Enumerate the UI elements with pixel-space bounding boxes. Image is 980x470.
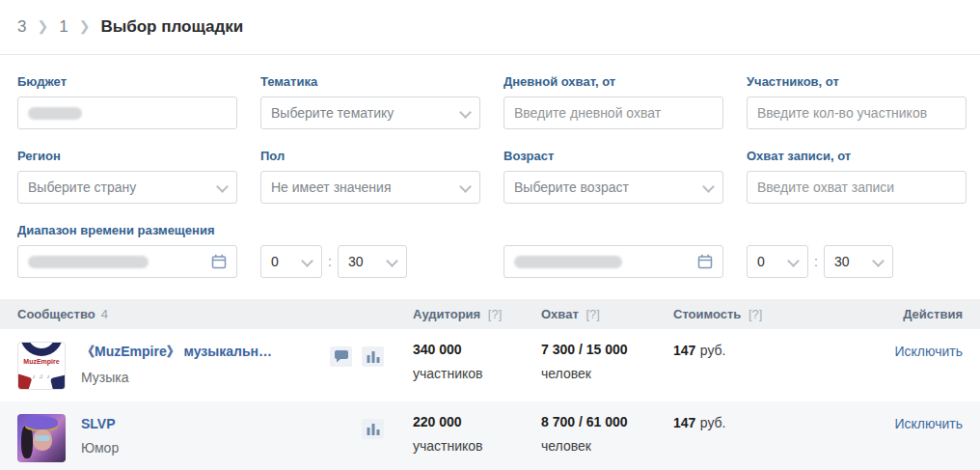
theme-select[interactable]: Выберите тематику bbox=[260, 97, 480, 129]
theme-label: Тематика bbox=[260, 74, 480, 89]
members-label: Участников, от bbox=[747, 74, 966, 89]
cost-hint-icon[interactable]: [?] bbox=[749, 307, 762, 321]
header-community: Сообщество 4 bbox=[17, 307, 413, 321]
community-title-link[interactable]: SLVP bbox=[81, 416, 119, 431]
date-start-input[interactable] bbox=[17, 245, 237, 278]
time-end-group: 0 : 30 bbox=[747, 245, 966, 278]
table-header: Сообщество 4 Аудитория [?] Охват [?] Сто… bbox=[0, 299, 980, 329]
time-start-hour-value: 0 bbox=[271, 254, 279, 269]
daily-reach-input[interactable] bbox=[504, 97, 723, 129]
gender-select[interactable]: Не имеет значения bbox=[260, 171, 480, 204]
header-audience: Аудитория [?] bbox=[413, 307, 541, 321]
reach-value: 7 300 / 15 000 bbox=[541, 342, 673, 357]
community-category: Музыка bbox=[81, 370, 272, 385]
community-cell: MuzEmpire ♪ ♫ ♪ 《MuzEmpire》 музыкальн… М… bbox=[17, 329, 413, 401]
community-info: SLVP Юмор bbox=[81, 414, 119, 470]
cost-cell: 147 руб. bbox=[673, 401, 818, 470]
gender-label: Пол bbox=[260, 149, 480, 163]
date-end-input[interactable] bbox=[504, 245, 723, 278]
region-select[interactable]: Выберите страну bbox=[17, 171, 237, 204]
date-start-value-redacted bbox=[28, 256, 149, 268]
audience-value: 340 000 bbox=[413, 342, 541, 357]
exclude-button[interactable]: Исключить bbox=[818, 401, 963, 470]
reach-unit: человек bbox=[541, 438, 673, 454]
time-end-minute-select[interactable]: 30 bbox=[824, 245, 893, 278]
time-start-hour-select[interactable]: 0 bbox=[260, 245, 322, 278]
time-start-group: 0 : 30 bbox=[260, 245, 480, 278]
age-select[interactable]: Выберите возраст bbox=[504, 171, 723, 204]
budget-label: Бюджет bbox=[17, 74, 237, 89]
audience-cell: 340 000 участников bbox=[413, 329, 541, 401]
region-label: Регион bbox=[17, 149, 237, 163]
time-start-minute-value: 30 bbox=[348, 254, 364, 269]
gender-field: Пол Не имеет значения bbox=[260, 149, 480, 204]
community-title-link[interactable]: 《MuzEmpire》 музыкальн… bbox=[81, 344, 272, 361]
budget-input[interactable] bbox=[17, 97, 237, 129]
breadcrumb-step-1[interactable]: 1 bbox=[59, 17, 68, 37]
age-field: Возраст Выберите возраст bbox=[504, 149, 723, 204]
reach-value: 8 700 / 61 000 bbox=[541, 414, 673, 429]
chevron-down-icon bbox=[461, 184, 469, 192]
time-end-minute-value: 30 bbox=[834, 254, 850, 269]
chevron-down-icon bbox=[388, 259, 395, 266]
reach-cell: 8 700 / 61 000 человек bbox=[541, 401, 673, 470]
time-end-hour-select[interactable]: 0 bbox=[747, 245, 808, 278]
statistics-icon[interactable] bbox=[362, 419, 384, 439]
daily-reach-label: Дневной охват, от bbox=[504, 74, 723, 89]
audience-cell: 220 000 участников bbox=[413, 401, 541, 470]
post-reach-input[interactable] bbox=[747, 171, 966, 204]
chevron-down-icon bbox=[704, 184, 712, 192]
region-field: Регион Выберите страну bbox=[17, 149, 237, 204]
community-info: 《MuzEmpire》 музыкальн… Музыка bbox=[81, 342, 272, 401]
age-select-value: Выберите возраст bbox=[514, 180, 629, 195]
header-cost: Стоимость [?] bbox=[673, 307, 818, 321]
cost-cell: 147 руб. bbox=[673, 329, 818, 401]
header-cost-label: Стоимость bbox=[673, 307, 741, 321]
members-input[interactable] bbox=[747, 97, 966, 129]
chevron-down-icon bbox=[789, 259, 797, 266]
audience-unit: участников bbox=[413, 366, 541, 381]
breadcrumb: 3 ❯ 1 ❯ Выбор площадки bbox=[0, 0, 980, 55]
reach-hint-icon[interactable]: [?] bbox=[585, 307, 599, 321]
audience-hint-icon[interactable]: [?] bbox=[488, 307, 502, 321]
message-icon[interactable] bbox=[330, 346, 352, 367]
header-actions: Действия bbox=[818, 307, 963, 321]
exclude-button[interactable]: Исключить bbox=[818, 329, 963, 401]
statistics-icon[interactable] bbox=[362, 346, 384, 367]
chevron-down-icon bbox=[874, 259, 882, 266]
audience-value: 220 000 bbox=[413, 414, 541, 429]
calendar-icon[interactable] bbox=[211, 254, 227, 272]
time-start-minute-select[interactable]: 30 bbox=[338, 245, 407, 278]
members-field: Участников, от bbox=[747, 74, 966, 129]
time-colon: : bbox=[328, 254, 332, 269]
cost-value: 147 bbox=[673, 415, 695, 430]
header-reach-label: Охват bbox=[541, 307, 579, 321]
community-avatar[interactable]: MuzEmpire ♪ ♫ ♪ bbox=[17, 342, 66, 390]
platform-selection-page: 3 ❯ 1 ❯ Выбор площадки Бюджет Тематика В… bbox=[0, 0, 980, 470]
header-audience-label: Аудитория bbox=[413, 307, 480, 321]
header-community-label: Сообщество bbox=[17, 307, 95, 321]
community-category: Юмор bbox=[81, 440, 119, 456]
time-colon: : bbox=[814, 254, 818, 269]
chevron-right-icon: ❯ bbox=[79, 18, 91, 34]
chevron-right-icon: ❯ bbox=[37, 18, 48, 34]
page-title: Выбор площадки bbox=[100, 17, 243, 37]
daily-reach-field: Дневной охват, от bbox=[504, 74, 723, 129]
theme-select-value: Выберите тематику bbox=[271, 105, 394, 121]
community-avatar[interactable] bbox=[17, 414, 66, 462]
date-end-value-redacted bbox=[514, 256, 622, 268]
filters-panel: Бюджет Тематика Выберите тематику Дневно… bbox=[0, 55, 980, 297]
reach-cell: 7 300 / 15 000 человек bbox=[541, 329, 673, 401]
header-reach: Охват [?] bbox=[541, 307, 673, 321]
chevron-down-icon bbox=[461, 110, 469, 118]
time-range-label: Диапазон времени размещения bbox=[17, 223, 963, 237]
header-actions-label: Действия bbox=[903, 307, 963, 321]
date-start-field bbox=[17, 245, 237, 278]
breadcrumb-step-3[interactable]: 3 bbox=[17, 17, 26, 37]
reach-unit: человек bbox=[541, 366, 673, 381]
gender-select-value: Не имеет значения bbox=[271, 180, 391, 195]
calendar-icon[interactable] bbox=[697, 254, 713, 272]
theme-field: Тематика Выберите тематику bbox=[260, 74, 480, 129]
community-icon-group bbox=[330, 342, 413, 401]
region-select-value: Выберите страну bbox=[28, 180, 136, 195]
